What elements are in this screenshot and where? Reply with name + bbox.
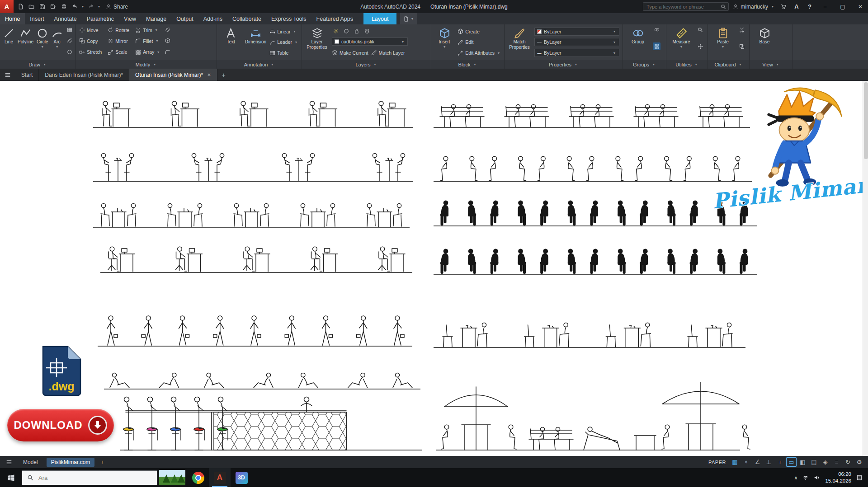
ortho-toggle-icon[interactable]: ⊥ <box>764 457 774 467</box>
close-button[interactable]: ✕ <box>854 0 867 13</box>
match-properties-button[interactable]: Match Properties <box>508 26 531 59</box>
model-tab[interactable]: Model <box>19 458 42 467</box>
drawing-canvas[interactable]: Pislik Mimar .dwg DOWNLOAD <box>0 81 868 456</box>
group-button[interactable]: Group <box>626 26 650 59</box>
customization-icon[interactable]: ⚙ <box>854 457 864 467</box>
leader-button[interactable]: Leader▼ <box>269 38 298 47</box>
tab-parametric[interactable]: Parametric <box>82 13 119 24</box>
wifi-icon[interactable] <box>802 474 809 481</box>
interface-switch-button[interactable]: ▼ <box>400 13 417 24</box>
scale-button[interactable]: Scale <box>108 48 129 56</box>
file-tab-start[interactable]: Start <box>15 69 39 81</box>
undo-caret-icon[interactable]: ▼ <box>80 5 85 8</box>
panel-label-draw[interactable]: Draw▼ <box>0 60 75 69</box>
qat-customize-caret-icon[interactable]: ▼ <box>97 5 101 8</box>
paste-button[interactable]: Paste▼ <box>711 26 735 59</box>
redo-icon[interactable] <box>86 2 96 12</box>
erase-tool-icon[interactable] <box>164 26 171 33</box>
tab-home[interactable]: Home <box>0 13 25 24</box>
edit-attributes-button[interactable]: Edit Attributes▼ <box>458 49 501 57</box>
array-button[interactable]: Array▼ <box>135 48 160 56</box>
copy-button[interactable]: Copy <box>79 37 102 45</box>
rectangle-tool-icon[interactable] <box>66 26 74 33</box>
arc-button[interactable]: Arc▼ <box>52 26 63 59</box>
match-layer-button[interactable]: Match Layer <box>371 48 405 57</box>
dynamic-ucs-icon[interactable]: ≡ <box>831 457 842 467</box>
circle-button[interactable]: Circle▼ <box>37 26 48 59</box>
notification-center-icon[interactable] <box>856 474 863 481</box>
start-button[interactable] <box>0 468 22 487</box>
chrome-taskbar-icon[interactable] <box>187 468 209 487</box>
move-button[interactable]: Move <box>79 26 102 34</box>
new-layout-button[interactable]: + <box>99 459 106 465</box>
text-button[interactable]: Text <box>220 26 242 59</box>
panel-label-block[interactable]: Block▼ <box>431 60 504 69</box>
grid-toggle-icon[interactable]: ▦ <box>730 457 740 467</box>
help-search-input[interactable] <box>646 4 719 10</box>
linear-button[interactable]: Linear▼ <box>269 27 298 36</box>
ungroup-icon[interactable] <box>653 26 660 33</box>
help-icon[interactable]: ? <box>805 2 814 12</box>
undo-icon[interactable] <box>70 2 80 12</box>
annotation-scale-icon[interactable]: ↻ <box>843 457 853 467</box>
open-file-icon[interactable] <box>26 2 36 12</box>
dimension-button[interactable]: Dimension <box>245 26 267 59</box>
edit-block-button[interactable]: Edit <box>458 38 501 47</box>
tab-collaborate[interactable]: Collaborate <box>227 13 266 24</box>
layer-freeze-icon[interactable] <box>342 28 350 35</box>
create-block-button[interactable]: Create <box>458 27 501 36</box>
panel-label-annotation[interactable]: Annotation▼ <box>217 60 302 69</box>
table-button[interactable]: Table <box>269 49 298 57</box>
layer-lock-icon[interactable] <box>353 28 360 35</box>
base-button[interactable]: Base <box>753 26 776 59</box>
autodesk-a-icon[interactable]: A <box>792 2 801 12</box>
rotate-button[interactable]: Rotate <box>108 26 129 34</box>
tab-insert[interactable]: Insert <box>25 13 49 24</box>
polar-toggle-icon[interactable]: ∠ <box>752 457 763 467</box>
tab-manage[interactable]: Manage <box>141 13 171 24</box>
paper-space-label[interactable]: PAPER <box>708 460 726 465</box>
save-icon[interactable] <box>37 2 47 12</box>
pinned-image-item[interactable] <box>157 468 187 487</box>
3d-app-taskbar-icon[interactable]: 3D <box>231 468 252 487</box>
autocad-taskbar-icon[interactable]: A <box>209 468 231 487</box>
volume-icon[interactable] <box>814 474 820 481</box>
layer-properties-button[interactable]: Layer Properties <box>305 26 329 59</box>
panel-label-groups[interactable]: Groups▼ <box>623 60 666 69</box>
lineweight-dropdown[interactable]: ▬ByLayer▼ <box>534 49 619 57</box>
layer-dropdown[interactable]: cadblocks.pislik ▼ <box>332 38 408 46</box>
stretch-button[interactable]: Stretch <box>79 48 102 56</box>
selection-cycling-icon[interactable]: ▤ <box>809 457 819 467</box>
cut-icon[interactable] <box>738 26 745 33</box>
point-tool-icon[interactable] <box>696 42 704 50</box>
quick-select-icon[interactable] <box>696 26 704 33</box>
panel-label-utilities[interactable]: Utilities▼ <box>666 60 708 69</box>
layout-highlight-tab[interactable]: Layout <box>363 13 397 24</box>
file-tab-dans-eden[interactable]: Dans Eden İnsan (Pislik Mimar)* <box>39 69 129 81</box>
download-button[interactable]: DOWNLOAD <box>7 409 114 441</box>
trim-button[interactable]: Trim▼ <box>135 26 160 34</box>
tab-output[interactable]: Output <box>171 13 198 24</box>
new-file-icon[interactable] <box>15 2 25 12</box>
file-tab-oturan-insan[interactable]: Oturan İnsan (Pislik Mimar)*✕ <box>129 69 217 81</box>
lineweight-toggle-icon[interactable]: ▭ <box>786 457 797 467</box>
maximize-button[interactable]: ▢ <box>836 0 849 13</box>
panel-label-view[interactable]: View▼ <box>750 60 793 69</box>
account-menu[interactable]: mimarlucky ▼ <box>733 4 775 10</box>
app-store-icon[interactable] <box>779 2 788 12</box>
taskbar-search[interactable] <box>22 470 157 485</box>
layer-on-icon[interactable] <box>332 28 340 35</box>
taskbar-search-input[interactable] <box>38 474 152 482</box>
line-button[interactable]: Line <box>3 26 14 59</box>
tab-featured-apps[interactable]: Featured Apps <box>311 13 358 24</box>
transparency-toggle-icon[interactable]: ◧ <box>797 457 808 467</box>
save-as-icon[interactable] <box>48 2 58 12</box>
plot-icon[interactable] <box>59 2 69 12</box>
make-current-button[interactable]: Make Current <box>332 48 368 57</box>
layout-tab-pislikmimar[interactable]: PislikMimar.com <box>47 458 95 467</box>
polyline-button[interactable]: Polyline <box>18 26 33 59</box>
tab-close-icon[interactable]: ✕ <box>207 72 211 77</box>
help-search[interactable] <box>643 2 729 11</box>
tab-annotate[interactable]: Annotate <box>49 13 82 24</box>
mirror-button[interactable]: Mirror <box>108 37 129 45</box>
